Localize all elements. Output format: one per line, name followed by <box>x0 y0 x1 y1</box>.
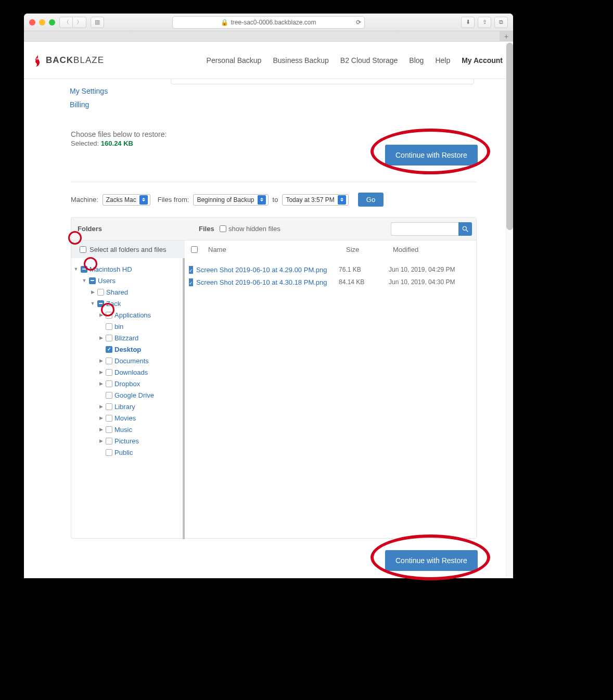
selected-value: 160.24 KB <box>101 139 133 147</box>
files-header-checkbox[interactable] <box>191 246 198 253</box>
reload-icon[interactable]: ⟳ <box>356 19 361 26</box>
column-name: Name <box>198 246 346 253</box>
selected-label: Selected: <box>71 139 99 147</box>
file-browser: Folders Files show hidden files Select a… <box>71 217 477 539</box>
checkbox[interactable] <box>106 426 112 433</box>
continue-restore-button-top[interactable]: Continue with Restore <box>385 145 478 166</box>
show-hidden-toggle[interactable]: show hidden files <box>220 225 280 233</box>
files-heading: Files <box>199 225 214 233</box>
address-bar[interactable]: 🔒 tree-sac0-0006.backblaze.com ⟳ <box>172 16 365 29</box>
continue-restore-button-bottom[interactable]: Continue with Restore <box>385 550 478 571</box>
file-size: 84.14 KB <box>339 278 386 286</box>
checkbox[interactable] <box>106 438 112 444</box>
select-all-label: Select all folders and files <box>90 246 166 253</box>
file-row[interactable]: Screen Shot 2019-06-10 at 4.29.00 PM.png… <box>189 263 472 276</box>
tree-node-shared[interactable]: ▶Shared <box>71 286 181 298</box>
select-all-checkbox[interactable] <box>80 246 86 253</box>
tree-node-applications[interactable]: ▶Applications <box>71 309 181 321</box>
checkbox-indeterminate[interactable] <box>89 277 96 284</box>
select-caret-icon <box>258 195 266 205</box>
panel-bottom-edge <box>171 79 474 84</box>
column-size: Size <box>346 246 393 253</box>
tree-node-public[interactable]: Public <box>71 447 181 458</box>
nav-my-account[interactable]: My Account <box>462 56 503 65</box>
tree-node-downloads[interactable]: ▶Downloads <box>71 366 181 378</box>
go-button[interactable]: Go <box>358 193 384 207</box>
checkbox-indeterminate[interactable] <box>97 300 104 307</box>
nav-back-forward: 〈 〉 <box>59 17 86 28</box>
tree-node-music[interactable]: ▶Music <box>71 424 181 435</box>
checkbox[interactable] <box>106 335 112 341</box>
tree-node-users[interactable]: ▼Users <box>71 275 181 286</box>
tree-node-desktop[interactable]: Desktop <box>71 343 181 355</box>
downloads-button[interactable]: ⬇ <box>461 17 475 28</box>
tree-node-library[interactable]: ▶Library <box>71 401 181 412</box>
show-hidden-checkbox[interactable] <box>220 225 226 232</box>
safari-window: 〈 〉 ▥ 🔒 tree-sac0-0006.backblaze.com ⟳ ⬇… <box>24 14 513 578</box>
tree-node-dropbox[interactable]: ▶Dropbox <box>71 378 181 389</box>
tree-node-movies[interactable]: ▶Movies <box>71 412 181 424</box>
tree-node-macintosh-hd[interactable]: ▼Macintosh HD <box>71 263 181 275</box>
machine-label: Machine: <box>71 196 98 203</box>
search-input[interactable] <box>391 222 458 236</box>
lock-icon: 🔒 <box>221 19 228 26</box>
checkbox[interactable] <box>106 415 112 422</box>
nav-personal-backup[interactable]: Personal Backup <box>207 56 262 65</box>
window-controls[interactable] <box>29 19 55 26</box>
nav-business-backup[interactable]: Business Backup <box>273 56 328 65</box>
close-window-icon[interactable] <box>29 19 35 26</box>
checkbox-checked[interactable] <box>106 346 112 353</box>
file-browser-subheader: Select all folders and files Name Size M… <box>71 240 476 258</box>
scrollbar-thumb[interactable] <box>506 43 513 230</box>
file-row[interactable]: Screen Shot 2019-06-10 at 4.30.18 PM.png… <box>189 276 472 288</box>
brand-logo[interactable]: BACKBLAZE <box>32 53 104 68</box>
files-to-select[interactable]: Today at 3:57 PM <box>282 194 348 206</box>
folders-heading: Folders <box>78 225 102 233</box>
checkbox[interactable] <box>106 323 112 330</box>
minimize-window-icon[interactable] <box>39 19 45 26</box>
checkbox[interactable] <box>106 358 112 364</box>
file-checkbox[interactable] <box>189 266 193 274</box>
search-icon <box>462 225 469 233</box>
nav-b2-cloud[interactable]: B2 Cloud Storage <box>340 56 398 65</box>
folder-tree: ▼Macintosh HD ▼Users ▶Shared ▼Zack ▶Appl… <box>71 258 185 539</box>
forward-button[interactable]: 〉 <box>73 17 86 28</box>
checkbox[interactable] <box>106 312 112 319</box>
tabs-button[interactable]: ⧉ <box>494 17 508 28</box>
file-name[interactable]: Screen Shot 2019-06-10 at 4.30.18 PM.png <box>196 278 336 286</box>
file-name[interactable]: Screen Shot 2019-06-10 at 4.29.00 PM.png <box>196 266 336 274</box>
page-scrollbar[interactable] <box>506 43 513 578</box>
file-modified: Jun 10, 2019, 04:30 PM <box>389 278 472 286</box>
tree-node-bin[interactable]: bin <box>71 321 181 332</box>
tab-strip: + <box>24 31 513 42</box>
share-button[interactable]: ⇪ <box>478 17 491 28</box>
new-tab-button[interactable]: + <box>500 31 513 42</box>
select-all-row[interactable]: Select all folders and files <box>71 240 185 258</box>
top-nav: Personal Backup Business Backup B2 Cloud… <box>207 56 503 65</box>
checkbox[interactable] <box>97 289 104 296</box>
tree-node-pictures[interactable]: ▶Pictures <box>71 435 181 447</box>
search-button[interactable] <box>458 222 472 236</box>
checkbox-indeterminate[interactable] <box>81 266 87 273</box>
zoom-window-icon[interactable] <box>49 19 55 26</box>
sidebar-toggle-button[interactable]: ▥ <box>91 17 104 28</box>
tree-node-documents[interactable]: ▶Documents <box>71 355 181 366</box>
checkbox[interactable] <box>106 403 112 410</box>
nav-help[interactable]: Help <box>435 56 450 65</box>
nav-blog[interactable]: Blog <box>409 56 424 65</box>
side-nav-billing[interactable]: Billing <box>70 98 108 111</box>
machine-select[interactable]: Zacks Mac <box>103 194 150 206</box>
checkbox[interactable] <box>106 369 112 376</box>
tree-node-google-drive[interactable]: Google Drive <box>71 389 181 401</box>
tree-node-zack[interactable]: ▼Zack <box>71 298 181 309</box>
side-nav-my-settings[interactable]: My Settings <box>70 84 108 98</box>
file-checkbox[interactable] <box>189 278 193 286</box>
checkbox[interactable] <box>106 449 112 456</box>
tree-node-blizzard[interactable]: ▶Blizzard <box>71 332 181 343</box>
files-from-select[interactable]: Beginning of Backup <box>193 194 268 206</box>
select-caret-icon <box>338 195 346 205</box>
window-titlebar: 〈 〉 ▥ 🔒 tree-sac0-0006.backblaze.com ⟳ ⬇… <box>24 14 513 31</box>
checkbox[interactable] <box>106 392 112 399</box>
back-button[interactable]: 〈 <box>59 17 73 28</box>
checkbox[interactable] <box>106 380 112 387</box>
